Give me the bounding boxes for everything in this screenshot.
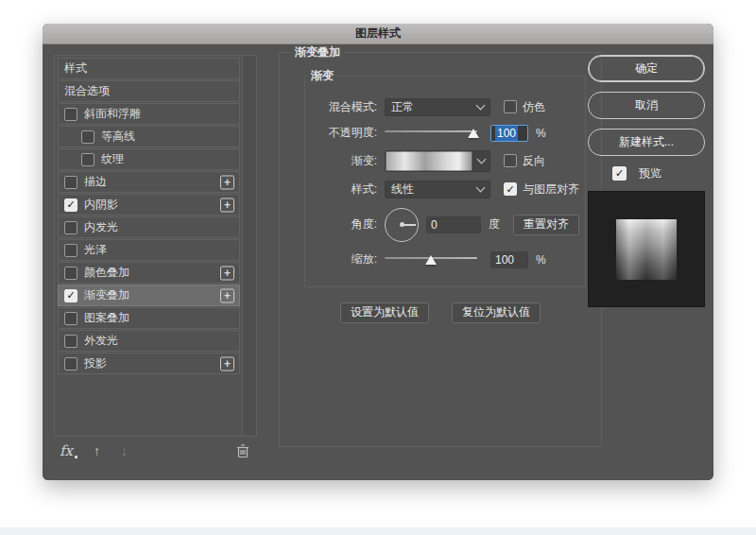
ok-button[interactable]: 确定 <box>588 55 705 82</box>
action-column: 确定 取消 新建样式... 预览 <box>588 55 705 307</box>
effect-checkbox[interactable] <box>81 130 94 144</box>
sidebar-item-label: 样式 <box>64 60 87 77</box>
sidebar-item-3[interactable]: 等高线 <box>58 126 240 147</box>
delete-effect-icon[interactable] <box>236 444 249 458</box>
effect-checkbox[interactable] <box>64 176 77 189</box>
scale-value: 100 <box>495 253 514 267</box>
gradient-group-label: 渐变 <box>307 68 337 84</box>
effect-checkbox[interactable] <box>64 267 77 280</box>
gradient-label: 渐变: <box>307 153 377 169</box>
scale-slider-thumb[interactable] <box>425 255 437 265</box>
sidebar-item-label: 颜色叠加 <box>84 265 129 281</box>
opacity-slider-thumb[interactable] <box>468 129 479 138</box>
new-style-button[interactable]: 新建样式... <box>588 129 705 156</box>
page-bottom-strip <box>0 527 756 535</box>
style-select[interactable]: 线性 <box>385 181 490 198</box>
sidebar-item-0[interactable]: 样式 <box>58 58 240 79</box>
dialog-titlebar[interactable]: 图层样式 <box>43 24 713 44</box>
gradient-row: 渐变: 反向 <box>307 150 579 172</box>
add-effect-instance-icon[interactable]: + <box>220 198 234 212</box>
opacity-label: 不透明度: <box>307 125 377 141</box>
blend-mode-row: 混合模式: 正常 仿色 <box>307 98 579 116</box>
panel-title: 渐变叠加 <box>291 44 344 60</box>
move-effect-up-icon[interactable]: ↑ <box>94 443 100 458</box>
sidebar-item-4[interactable]: 纹理 <box>58 148 240 170</box>
reset-default-button[interactable]: 复位为默认值 <box>452 302 541 323</box>
sidebar-item-label: 内阴影 <box>84 197 118 213</box>
sidebar-item-1[interactable]: 混合选项 <box>58 80 240 102</box>
align-with-layer-checkbox[interactable] <box>504 182 517 196</box>
dialog-body: 样式混合选项斜面和浮雕等高线纹理描边+内阴影+内发光光泽颜色叠加+渐变叠加+图案… <box>43 44 713 480</box>
opacity-value: 100 <box>495 126 518 141</box>
opacity-slider[interactable] <box>385 127 477 140</box>
scale-slider[interactable] <box>385 253 477 267</box>
preview-checkbox[interactable] <box>612 166 627 181</box>
sidebar-item-5[interactable]: 描边+ <box>58 171 240 193</box>
dialog-title: 图层样式 <box>355 26 401 42</box>
sidebar-item-12[interactable]: 外发光 <box>58 330 240 352</box>
sidebar-item-2[interactable]: 斜面和浮雕 <box>58 103 240 125</box>
effect-checkbox[interactable] <box>64 289 77 302</box>
sidebar-item-9[interactable]: 颜色叠加+ <box>58 262 240 284</box>
sidebar-item-label: 描边 <box>84 174 107 190</box>
sidebar-scrollbar[interactable] <box>242 56 256 436</box>
opacity-slider-track <box>385 130 477 132</box>
set-default-button[interactable]: 设置为默认值 <box>340 302 429 323</box>
effect-checkbox[interactable] <box>64 244 77 257</box>
angle-dial[interactable] <box>385 208 419 242</box>
fx-menu-icon[interactable]: fx <box>60 442 73 459</box>
blend-mode-label: 混合模式: <box>307 99 377 115</box>
blend-mode-value: 正常 <box>391 99 477 115</box>
preview-option: 预览 <box>612 165 705 181</box>
style-row: 样式: 线性 与图层对齐 <box>307 181 579 198</box>
chevron-down-icon <box>476 183 486 193</box>
dither-checkbox[interactable] <box>504 100 517 113</box>
gradient-swatch[interactable] <box>386 151 473 171</box>
opacity-input[interactable]: 100 <box>490 125 528 142</box>
scale-input[interactable]: 100 <box>490 251 528 268</box>
angle-input[interactable]: 0 <box>426 216 481 233</box>
sidebar-item-6[interactable]: 内阴影+ <box>58 194 240 216</box>
align-with-layer-label: 与图层对齐 <box>523 181 579 198</box>
gradient-picker[interactable] <box>385 150 490 172</box>
effect-checkbox[interactable] <box>64 198 77 212</box>
effect-checkbox[interactable] <box>64 357 77 371</box>
sidebar-item-label: 斜面和浮雕 <box>84 106 141 122</box>
cancel-button[interactable]: 取消 <box>588 92 705 119</box>
chevron-down-icon <box>476 101 486 111</box>
sidebar-item-label: 混合选项 <box>64 83 110 99</box>
sidebar-item-11[interactable]: 图案叠加 <box>58 307 240 329</box>
sidebar-item-7[interactable]: 内发光 <box>58 216 240 238</box>
sidebar-item-label: 光泽 <box>84 242 107 258</box>
effect-checkbox[interactable] <box>64 221 77 234</box>
sidebar-item-13[interactable]: 投影+ <box>58 353 240 374</box>
style-value: 线性 <box>391 181 477 198</box>
sidebar-item-label: 投影 <box>84 355 107 371</box>
angle-value: 0 <box>431 218 438 232</box>
sidebar-item-label: 图案叠加 <box>84 310 129 326</box>
effect-checkbox[interactable] <box>81 153 94 166</box>
reverse-label: 反向 <box>523 153 545 169</box>
opacity-row: 不透明度: 100 % <box>307 125 579 142</box>
style-label: 样式: <box>307 181 377 198</box>
add-effect-instance-icon[interactable]: + <box>220 175 234 189</box>
angle-label: 角度: <box>307 216 377 233</box>
add-effect-instance-icon[interactable]: + <box>220 266 234 280</box>
angle-dial-needle <box>402 224 416 226</box>
move-effect-down-icon[interactable]: ↓ <box>121 443 128 458</box>
effect-checkbox[interactable] <box>64 312 77 325</box>
chevron-down-icon <box>477 155 487 164</box>
sidebar-item-8[interactable]: 光泽 <box>58 239 240 261</box>
sidebar-footer: fx ↑ ↓ <box>54 437 257 465</box>
effect-checkbox[interactable] <box>64 335 77 348</box>
reset-alignment-button[interactable]: 重置对齐 <box>513 215 579 235</box>
gradient-group: 渐变 混合模式: 正常 仿色 <box>304 68 586 287</box>
add-effect-instance-icon[interactable]: + <box>220 288 234 302</box>
angle-unit: 度 <box>489 216 500 233</box>
blend-mode-select[interactable]: 正常 <box>385 98 490 116</box>
add-effect-instance-icon[interactable]: + <box>220 356 234 371</box>
scale-label: 缩放: <box>307 251 377 268</box>
sidebar-item-10[interactable]: 渐变叠加+ <box>58 285 240 306</box>
reverse-checkbox[interactable] <box>504 154 517 167</box>
effect-checkbox[interactable] <box>64 108 77 121</box>
